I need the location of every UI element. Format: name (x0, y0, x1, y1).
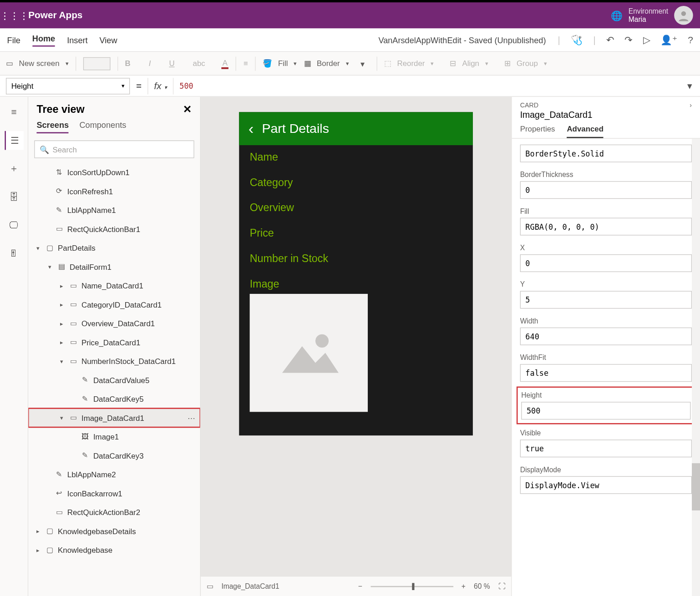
tree-node[interactable]: ✎DataCardKey3 (28, 446, 200, 465)
tree-node[interactable]: ✎DataCardKey5 (28, 389, 200, 409)
tree-node[interactable]: ▸▢Knowledgebase (28, 540, 200, 560)
property-selector[interactable]: Height ▾ (6, 78, 130, 94)
play-icon[interactable]: ▷ (643, 34, 650, 45)
insert-icon[interactable]: ＋ (5, 159, 24, 178)
prop-visible-input[interactable] (520, 439, 692, 457)
tab-properties[interactable]: Properties (520, 125, 555, 138)
tree-node[interactable]: ⇅IconSortUpDown1 (28, 163, 200, 182)
prop-height-input[interactable] (521, 402, 690, 419)
search-input[interactable]: 🔍 Search (34, 141, 194, 158)
environment-icon[interactable]: 🌐 (611, 10, 623, 21)
chevron-right-icon[interactable]: ▸ (58, 301, 65, 308)
share-icon[interactable]: 👤⁺ (660, 34, 677, 45)
tree-node[interactable]: ▸▭Price_DataCard1 (28, 333, 200, 352)
prop-displaymode-input[interactable] (520, 476, 692, 494)
tree-node[interactable]: ▸▢KnowledgebaseDetails (28, 522, 200, 541)
tab-components[interactable]: Components (79, 121, 126, 134)
prop-height-label: Height (521, 391, 690, 399)
chevron-right-icon[interactable]: ▸ (58, 320, 65, 327)
data-icon[interactable]: 🗄 (5, 187, 24, 207)
chevron-down-icon[interactable]: ▾ (66, 60, 68, 66)
health-icon[interactable]: 🩺 (571, 34, 583, 45)
fill-button[interactable]: Fill (278, 59, 288, 68)
zoom-slider[interactable] (370, 586, 453, 587)
prop-visible-label: Visible (520, 429, 692, 437)
menu-file[interactable]: File (7, 35, 20, 45)
environment-name[interactable]: Maria (629, 15, 668, 24)
prop-borderstyle-input[interactable] (520, 145, 692, 162)
tree-node-image-datacard[interactable]: ▾▭Image_DataCard1⋯ (28, 409, 200, 428)
more-icon[interactable]: ⋯ (188, 414, 195, 422)
card-icon: ▭ (68, 281, 78, 290)
canvas-footer: ▭ Image_DataCard1 − + 60 % ⛶ (201, 576, 511, 596)
prop-y-input[interactable] (520, 291, 692, 308)
chevron-right-icon[interactable]: ▸ (58, 283, 65, 289)
chevron-down-icon[interactable]: ▾ (46, 263, 53, 270)
prop-borderthickness-input[interactable] (520, 181, 692, 199)
tree-node[interactable]: 🖼Image1 (28, 427, 200, 446)
tree-node[interactable]: ▾▭NumberInStock_DataCard1 (28, 352, 200, 371)
back-icon[interactable]: ‹ (249, 120, 254, 138)
command-bar: ▭ New screen ▾ B I U abc A ≡ 🪣 Fill▾ ▦ B… (0, 52, 700, 76)
chevron-down-icon[interactable]: ▾ (356, 59, 370, 68)
chevron-right-icon[interactable]: ▸ (34, 547, 41, 553)
menu-insert[interactable]: Insert (67, 35, 87, 45)
tree-view-icon[interactable]: ☰ (5, 131, 24, 150)
zoom-out-icon[interactable]: − (358, 582, 362, 590)
fx-label[interactable]: fx ▾ (147, 78, 173, 94)
chevron-down-icon[interactable]: ▾ (58, 358, 65, 364)
phone-preview[interactable]: ‹ Part Details Name Category Overview Pr… (239, 112, 473, 435)
hamburger-icon[interactable]: ≡ (5, 103, 24, 122)
tree-node-detailform[interactable]: ▾▤DetailForm1 (28, 257, 200, 276)
tree-node[interactable]: ✎LblAppName2 (28, 465, 200, 484)
prop-fill-input[interactable] (520, 218, 692, 236)
control-type: CARD (520, 101, 538, 109)
waffle-icon[interactable]: ⋮⋮⋮ (0, 10, 28, 21)
tree-node[interactable]: ▭RectQuickActionBar2 (28, 503, 200, 522)
chevron-right-icon[interactable]: › (690, 101, 692, 109)
fit-icon[interactable]: ⛶ (498, 582, 506, 590)
image-placeholder[interactable] (250, 294, 368, 412)
media-icon[interactable]: 🖵 (5, 216, 24, 235)
prop-x-input[interactable] (520, 254, 692, 272)
new-screen-button[interactable]: New screen (19, 59, 60, 68)
prop-width-input[interactable] (520, 328, 692, 345)
chevron-right-icon[interactable]: ▸ (58, 339, 65, 345)
undo-icon[interactable]: ↶ (606, 34, 614, 45)
tree-node[interactable]: ↩IconBackarrow1 (28, 484, 200, 503)
chevron-right-icon[interactable]: ▸ (34, 528, 41, 534)
field-category: Category (250, 177, 462, 189)
menu-view[interactable]: View (100, 35, 117, 45)
expand-formula-icon[interactable]: ▾ (679, 80, 700, 91)
tree-node[interactable]: ✎DataCardValue5 (28, 371, 200, 390)
control-name: Image_DataCard1 (512, 110, 700, 124)
theme-picker[interactable] (83, 57, 110, 70)
label-icon: ✎ (54, 470, 64, 479)
tree-node[interactable]: ▸▭CategoryID_DataCard1 (28, 295, 200, 314)
sort-icon: ⇅ (54, 167, 64, 177)
tab-screens[interactable]: Screens (36, 121, 69, 134)
redo-icon[interactable]: ↷ (624, 34, 632, 45)
border-button[interactable]: Border (317, 59, 340, 68)
menu-home[interactable]: Home (32, 33, 55, 46)
prop-widthfit-input[interactable] (520, 364, 692, 382)
settings-icon[interactable]: 🎚 (5, 244, 24, 263)
zoom-in-icon[interactable]: + (462, 582, 466, 590)
help-icon[interactable]: ? (688, 35, 693, 45)
chevron-down-icon[interactable]: ▾ (58, 414, 65, 421)
scrollbar-track[interactable] (692, 139, 700, 596)
scrollbar-thumb[interactable] (692, 463, 700, 510)
chevron-down-icon[interactable]: ▾ (34, 245, 41, 251)
tree-node[interactable]: ▭RectQuickActionBar1 (28, 219, 200, 238)
close-icon[interactable]: ✕ (183, 103, 192, 116)
properties-body[interactable]: BorderThickness Fill X Y Width WidthFit … (512, 139, 700, 596)
tab-advanced[interactable]: Advanced (567, 125, 604, 138)
tree-node[interactable]: ⟳IconRefresh1 (28, 182, 200, 201)
user-avatar[interactable] (674, 6, 693, 25)
tree-node-partdetails[interactable]: ▾▢PartDetails (28, 238, 200, 258)
svg-point-0 (681, 11, 686, 16)
tree-node[interactable]: ▸▭Overview_DataCard1 (28, 314, 200, 333)
formula-input[interactable] (173, 78, 679, 94)
tree-node[interactable]: ▸▭Name_DataCard1 (28, 276, 200, 295)
tree-node[interactable]: ✎LblAppName1 (28, 201, 200, 220)
